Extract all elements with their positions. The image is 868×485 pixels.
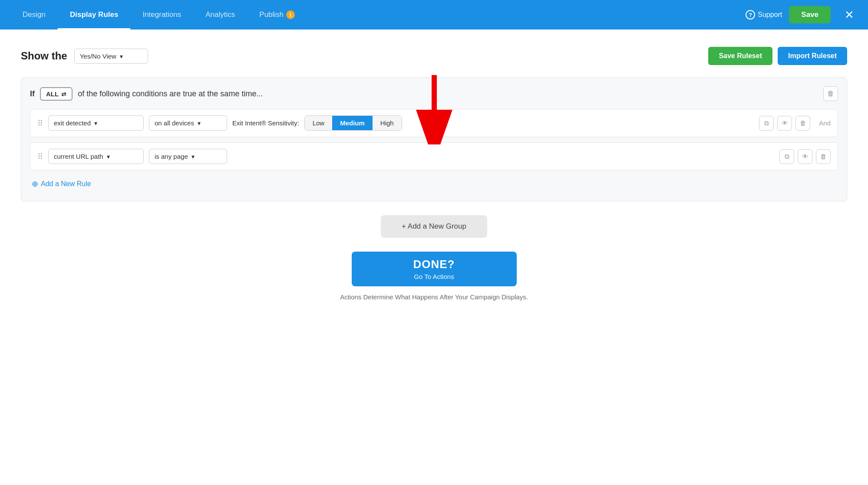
view-select[interactable]: Yes/No View <box>74 49 148 64</box>
condition-group: If ALL of the following conditions are t… <box>21 77 847 201</box>
qualifier-chevron-1 <box>198 119 201 127</box>
trash-icon: 🗑 <box>827 90 834 98</box>
group-header: If ALL of the following conditions are t… <box>30 86 838 101</box>
done-label: DONE? <box>352 252 517 273</box>
condition-select-2[interactable]: current URL path <box>48 149 144 164</box>
eye-icon: 👁 <box>782 119 788 127</box>
close-button[interactable]: ✕ <box>841 7 858 23</box>
app-header: Design Display Rules Integrations Analyt… <box>0 0 868 29</box>
rule-actions-2: ⧉ 👁 🗑 <box>779 149 831 164</box>
preview-rule-1-button[interactable]: 👁 <box>777 116 792 131</box>
add-rule-button[interactable]: ⊕ Add a New Rule <box>30 176 93 192</box>
done-section: DONE? Go To Actions Actions Determine Wh… <box>21 252 847 301</box>
qualifier-select-1[interactable]: on all devices <box>149 115 227 131</box>
copy-icon-2: ⧉ <box>785 153 789 161</box>
trash-icon-1: 🗑 <box>800 119 806 127</box>
sensitivity-high-button[interactable]: High <box>373 116 402 130</box>
exchange-icon <box>61 90 66 98</box>
condition-chevron-2 <box>107 153 110 160</box>
save-button[interactable]: Save <box>789 6 831 23</box>
plus-circle-icon: ⊕ <box>32 179 38 189</box>
done-button[interactable]: DONE? Go To Actions <box>352 252 517 286</box>
add-group-button[interactable]: + Add a New Group <box>381 215 487 238</box>
show-the-row: Show the Yes/No View Save Ruleset Import… <box>21 47 847 65</box>
copy-rule-2-button[interactable]: ⧉ <box>779 149 794 164</box>
copy-icon: ⧉ <box>764 119 769 127</box>
tab-display-rules[interactable]: Display Rules <box>58 0 131 29</box>
header-right: ? Support Save ✕ <box>746 6 858 23</box>
sensitivity-low-button[interactable]: Low <box>305 116 333 130</box>
conditions-text: of the following conditions are true at … <box>78 89 263 98</box>
if-label: If <box>30 89 35 98</box>
qualifier-chevron-2 <box>191 153 195 160</box>
tab-design[interactable]: Design <box>10 0 58 29</box>
eye-icon-2: 👁 <box>802 153 809 160</box>
done-sub-label: Go To Actions <box>352 273 517 286</box>
qualifier-select-2[interactable]: is any page <box>149 149 227 164</box>
done-caption: Actions Determine What Happens After You… <box>340 293 528 301</box>
preview-rule-2-button[interactable]: 👁 <box>798 149 812 164</box>
view-select-chevron <box>120 52 123 60</box>
rule-actions-1: ⧉ 👁 🗑 <box>759 116 810 131</box>
nav-tabs: Design Display Rules Integrations Analyt… <box>10 0 746 29</box>
show-the-label: Show the <box>21 50 67 62</box>
add-group-section: + Add a New Group <box>21 215 847 238</box>
support-button[interactable]: ? Support <box>746 10 782 20</box>
condition-chevron-1 <box>94 119 97 127</box>
delete-rule-1-button[interactable]: 🗑 <box>795 116 810 131</box>
support-icon: ? <box>746 10 755 20</box>
tab-analytics[interactable]: Analytics <box>193 0 247 29</box>
publish-badge: 1 <box>286 10 295 19</box>
tab-publish[interactable]: Publish 1 <box>247 0 307 29</box>
rule-row: ⠿ exit detected on all devices Exit Inte… <box>30 109 838 137</box>
sensitivity-label: Exit Intent® Sensitivity: <box>232 119 299 127</box>
copy-rule-1-button[interactable]: ⧉ <box>759 116 774 131</box>
ruleset-buttons: Save Ruleset Import Ruleset <box>708 47 847 65</box>
condition-select-1[interactable]: exit detected <box>48 115 144 131</box>
and-label: And <box>819 119 831 127</box>
drag-handle-2[interactable]: ⠿ <box>37 152 43 161</box>
import-ruleset-button[interactable]: Import Ruleset <box>778 47 847 65</box>
delete-group-button[interactable]: 🗑 <box>823 86 838 101</box>
tab-integrations[interactable]: Integrations <box>130 0 193 29</box>
sensitivity-group: Low Medium High <box>304 115 402 131</box>
trash-icon-2: 🗑 <box>820 153 827 160</box>
delete-rule-2-button[interactable]: 🗑 <box>816 149 831 164</box>
rule-row-2: ⠿ current URL path is any page ⧉ 👁 🗑 <box>30 142 838 170</box>
sensitivity-medium-button[interactable]: Medium <box>332 116 373 130</box>
save-ruleset-button[interactable]: Save Ruleset <box>708 47 772 65</box>
all-toggle-button[interactable]: ALL <box>40 87 73 101</box>
drag-handle[interactable]: ⠿ <box>37 118 43 128</box>
main-content: Show the Yes/No View Save Ruleset Import… <box>0 29 868 485</box>
